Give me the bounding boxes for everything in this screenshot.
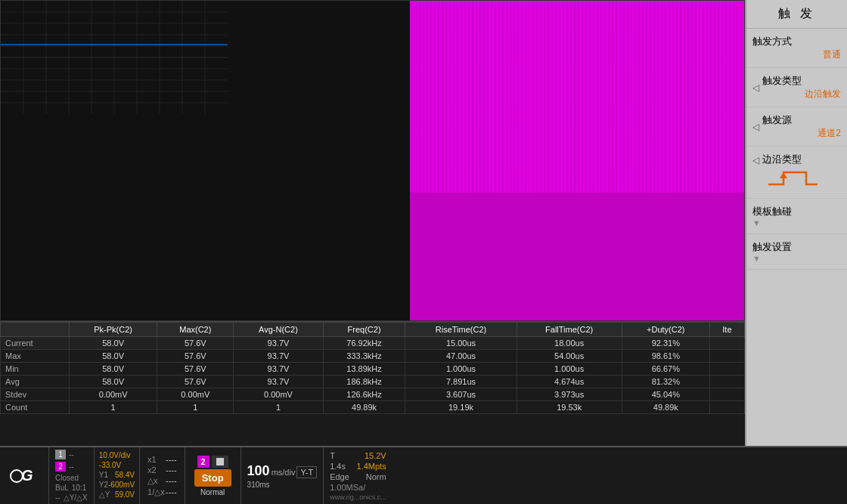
row-label: Current — [1, 337, 70, 350]
col-header-avg: Avg-N(C2) — [234, 323, 323, 337]
row-cell: 1 — [157, 401, 234, 414]
x2-key: x2 — [147, 465, 166, 475]
row-cell: 186.8kHz — [323, 376, 405, 388]
x1-key: x1 — [147, 455, 166, 464]
ch2-div-value: 10.0V/div — [99, 451, 131, 459]
trigger-settings-arrow: ▼ — [752, 254, 841, 263]
row-cell — [709, 363, 744, 376]
row-cell: 54.00us — [517, 350, 622, 363]
logo-area: G — [0, 447, 49, 504]
row-cell — [709, 388, 744, 401]
trigger-settings-item[interactable]: 触发设置 ▼ — [746, 234, 847, 270]
row-label: Count — [1, 401, 70, 414]
col-header-freq: Freq(C2) — [323, 323, 405, 337]
trigger-type-item[interactable]: ◁ 触发类型 边沿触发 — [746, 68, 847, 107]
closed-label: Closed — [55, 474, 79, 482]
x1-val: ---- — [166, 455, 177, 464]
row-cell: 57.6V — [157, 376, 234, 388]
rec-indicator — [212, 456, 228, 468]
y2-value: -600mV — [108, 481, 135, 489]
svg-rect-30 — [216, 458, 224, 465]
normal-label: Normal — [200, 488, 225, 496]
ch2-offset-value: -33.0V — [99, 461, 121, 469]
row-cell: 15.00us — [405, 337, 517, 350]
row-cell: 93.7V — [234, 337, 323, 350]
panel-title: 触 发 — [746, 0, 847, 29]
time-div-unit: ms/div — [271, 468, 296, 477]
watermark: www.rig...onics.c... — [330, 493, 386, 501]
ch1-box: 1 — [55, 450, 66, 459]
row-cell: 58.0V — [69, 350, 157, 363]
col-header-rise: RiseTime(C2) — [405, 323, 517, 337]
row-label: Max — [1, 350, 70, 363]
time-mpts-value: 1.4Mpts — [357, 462, 386, 471]
row-cell: 49.89k — [323, 401, 405, 414]
row-cell: 3.973us — [517, 388, 622, 401]
edge-type-item[interactable]: ◁ 边沿类型 — [746, 147, 847, 199]
row-cell: 333.3kHz — [323, 350, 405, 363]
chevron-left-icon2: ◁ — [752, 122, 759, 132]
x2-val: ---- — [166, 465, 177, 475]
col-header-max: Max(C2) — [157, 323, 234, 337]
waveform-display: T→ 2↕ — [0, 0, 745, 321]
cursor-info: x1 ---- x2 ---- △x ---- 1/△x ---- — [140, 447, 185, 504]
col-header-pkpk: Pk-Pk(C2) — [69, 323, 157, 337]
one-dx-key: 1/△x — [147, 487, 166, 497]
row-cell: 1.000us — [517, 363, 622, 376]
trigger-source-item[interactable]: ◁ 触发源 通道2 — [746, 107, 847, 147]
time-div-info: 100 ms/div Y-T 310ms — [241, 447, 324, 504]
stop-button[interactable]: Stop — [194, 469, 231, 487]
dx-val: ---- — [166, 476, 177, 485]
row-cell: 7.891us — [405, 376, 517, 388]
edge-type-label: 边沿类型 — [762, 153, 841, 166]
trigger-settings-label: 触发设置 — [752, 240, 841, 254]
row-cell: 93.7V — [234, 350, 323, 363]
template-touch-item[interactable]: 模板触碰 ▼ — [746, 199, 847, 234]
bul-label: BuL — [55, 484, 69, 492]
row-cell: 1 — [69, 401, 157, 414]
trigger-mode-value: 普通 — [752, 48, 841, 61]
trigger-source-label: 触发源 — [762, 113, 841, 127]
zg-logo-icon: G — [9, 462, 39, 490]
row-cell: 93.7V — [234, 376, 323, 388]
ch2-dash-val: -- — [69, 462, 74, 471]
row-cell: 1.000us — [405, 363, 517, 376]
measurements-table: Pk-Pk(C2) Max(C2) Avg-N(C2) Freq(C2) Ris… — [0, 321, 745, 446]
ch1-dash: -- — [69, 450, 74, 459]
one-dx-val: ---- — [166, 487, 177, 496]
ch2-box: 2 — [55, 462, 66, 472]
table-row: Avg58.0V57.6V93.7V186.8kHz7.891us4.674us… — [1, 376, 745, 388]
ratio-label: 10:1 — [72, 484, 86, 492]
row-cell: 57.6V — [157, 337, 234, 350]
trigger-mode-item[interactable]: 触发方式 普通 — [746, 29, 847, 68]
stop-button-area[interactable]: 2 Stop Normal — [185, 447, 241, 504]
row-cell: 19.53k — [517, 401, 622, 414]
row-label: Stdev — [1, 388, 70, 401]
bottom-bar: G 1 -- 2 -- Closed BuL 10:1 -- △Y/△X 10.… — [0, 446, 847, 504]
time-div-value: 100 — [247, 463, 270, 479]
row-cell: 49.89k — [622, 401, 709, 414]
t-value: 15.2V — [365, 451, 386, 460]
col-header-fall: FallTime(C2) — [517, 323, 622, 337]
y2-label: Y2 — [99, 481, 108, 489]
ch2-div-info: 10.0V/div -33.0V Y1 58.4V Y2 -600mV △Y 5… — [95, 447, 140, 504]
misc-dash: -- — [55, 493, 60, 502]
table-row: Max58.0V57.6V93.7V333.3kHz47.00us54.00us… — [1, 350, 745, 363]
row-cell: 92.31% — [622, 337, 709, 350]
row-cell: 0.00mV — [234, 388, 323, 401]
row-cell: 81.32% — [622, 376, 709, 388]
row-cell: 58.0V — [69, 363, 157, 376]
dy-label: △Y/△X — [64, 493, 88, 502]
row-cell: 18.00us — [517, 337, 622, 350]
table-row: Stdev0.00mV0.00mV0.00mV126.6kHz3.607us3.… — [1, 388, 745, 401]
y1-value: 58.4V — [115, 471, 135, 479]
row-cell: 126.6kHz — [323, 388, 405, 401]
time-1-4s-label: 1.4s — [330, 462, 346, 471]
trigger-source-value: 通道2 — [762, 127, 841, 140]
edge-label: Edge — [330, 472, 349, 481]
col-header-duty: +Duty(C2) — [622, 323, 709, 337]
sa-label: 1.00MSa/ — [330, 483, 365, 492]
row-cell — [709, 376, 744, 388]
row-cell: 45.04% — [622, 388, 709, 401]
trigger-type-value: 边沿触发 — [762, 88, 841, 100]
